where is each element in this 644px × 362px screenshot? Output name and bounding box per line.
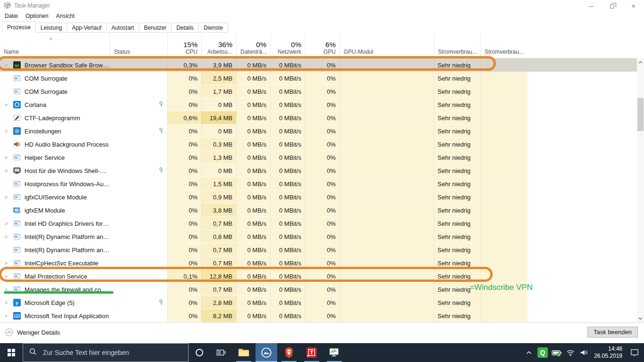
tab-autostart[interactable]: Autostart [106, 23, 139, 33]
expand-chevron-icon[interactable]: > [3, 62, 9, 68]
cell-filler [528, 151, 637, 164]
tray-clock[interactable]: 14:46 26.05.2019 [591, 343, 625, 362]
svg-text:SC: SC [15, 64, 19, 67]
cell-name: >Intel(R) Dynamic Platform and T... [0, 230, 110, 243]
process-row[interactable]: >Host für die Windows Shell-Obe...0%0 MB… [0, 164, 637, 177]
process-row[interactable]: CTF-Ladeprogramm0,6%19,4 MB0 MB/s0 MBit/… [0, 111, 637, 124]
expand-chevron-icon[interactable]: > [3, 168, 9, 173]
process-row[interactable]: >Intel(R) Dynamic Platform and T...0%0,8… [0, 230, 637, 243]
expand-chevron-icon[interactable]: > [3, 194, 9, 200]
cell-power_trend [480, 217, 528, 230]
default-process-icon [13, 246, 21, 254]
process-row[interactable]: Hostprozess für Windows-Aufg...0%1,5 MB0… [0, 177, 637, 190]
cortana-button[interactable] [189, 343, 210, 362]
process-row[interactable]: HD Audio Background Process0%0,3 MB0 MB/… [0, 138, 637, 151]
tab-leistung[interactable]: Leistung [35, 23, 67, 33]
cell-network: 0 MBit/s [270, 309, 305, 322]
expand-chevron-icon[interactable]: > [3, 300, 9, 305]
expand-chevron-icon[interactable]: > [3, 102, 9, 107]
cell-power: Sehr niedrig [434, 256, 480, 270]
cell-memory: 0,7 MB [201, 217, 236, 230]
tab-app-verlauf[interactable]: App-Verlauf [66, 23, 107, 33]
column-header-disk[interactable]: 0%Datenträ... [236, 33, 270, 58]
expand-chevron-icon[interactable]: > [3, 155, 9, 160]
column-header-memory[interactable]: 36%Arbeitss... [201, 33, 236, 58]
column-header-power[interactable]: Stromverbrau... [434, 33, 480, 58]
cell-memory: 1,5 MB [201, 177, 236, 190]
expand-chevron-icon[interactable]: > [3, 273, 9, 279]
cell-status [110, 138, 167, 151]
cell-disk: 0 MB/s [236, 138, 270, 151]
taskbar-app-t[interactable]: T [301, 343, 322, 362]
scrollbar-down-icon[interactable] [637, 315, 644, 322]
end-task-button[interactable]: Task beenden [587, 327, 638, 337]
process-row[interactable]: >Manages the firewall and contr...0%0,7 … [0, 283, 637, 296]
cell-network: 0 MBit/s [270, 124, 305, 138]
task-view-button[interactable] [210, 343, 232, 362]
tab-benutzer[interactable]: Benutzer [139, 23, 172, 33]
column-header-cpu[interactable]: 15%CPU [167, 33, 201, 58]
restore-button[interactable] [602, 0, 623, 12]
close-button[interactable]: ✕ [623, 0, 644, 12]
process-row[interactable]: igfxEM Module0%3,8 MB0 MB/s0 MBit/s0%Seh… [0, 204, 637, 217]
process-row[interactable]: >SCBrowser Sandbox Safe Browsing...0,3%3… [0, 58, 637, 72]
process-row[interactable]: COM Surrogate0%2,5 MB0 MB/s0 MBit/s0%Seh… [0, 72, 637, 85]
taskbar-search-box[interactable]: Zur Suche Text hier eingeben [23, 343, 189, 362]
details-toggle[interactable]: Weniger Details [5, 328, 60, 337]
tab-dienste[interactable]: Dienste [198, 23, 228, 33]
taskbar-app-task-manager[interactable] [323, 343, 345, 362]
action-center-button[interactable] [625, 343, 644, 362]
tab-prozesse[interactable]: Prozesse [2, 21, 36, 33]
taskbar-app-brave[interactable] [278, 343, 300, 362]
brave-icon [283, 346, 295, 359]
expand-chevron-icon[interactable]: > [3, 313, 9, 319]
process-row[interactable]: >Helper Service0%1,3 MB0 MB/s0 MBit/s0%S… [0, 151, 637, 164]
process-row[interactable]: COM Surrogate0%1,7 MB0 MB/s0 MBit/s0%Seh… [0, 85, 637, 98]
process-row[interactable]: >Mail Protection Service0,1%12,8 MB0 MB/… [0, 270, 637, 283]
cell-memory: 2,5 MB [201, 72, 236, 85]
process-row[interactable]: Intel(R) Dynamic Platform and T...0%0,7 … [0, 243, 637, 256]
expand-chevron-icon[interactable]: > [3, 260, 9, 266]
process-row[interactable]: >Microsoft Text Input Application0%8,2 M… [0, 309, 637, 322]
expand-chevron-icon[interactable]: > [3, 287, 9, 292]
process-row[interactable]: >IntelCpHeciSvc Executable0%0,7 MB0 MB/s… [0, 256, 637, 270]
cell-disk: 0 MB/s [236, 98, 270, 111]
tray-expand-button[interactable] [522, 343, 536, 362]
process-row[interactable]: >eMicrosoft Edge (5)0%2,8 MB0 MB/s0 MBit… [0, 296, 637, 309]
start-button[interactable] [0, 343, 23, 362]
cell-network: 0 MBit/s [270, 217, 305, 230]
tray-q-app-button[interactable]: Q [536, 343, 550, 362]
process-row[interactable]: >Einstellungen0%0 MB0 MB/s0 MBit/s0%Sehr… [0, 124, 637, 138]
menu-item-datei[interactable]: Datei [1, 13, 22, 19]
menu-item-ansicht[interactable]: Ansicht [52, 13, 78, 19]
column-header-status[interactable]: Status [110, 33, 167, 58]
expand-chevron-icon[interactable]: > [3, 234, 9, 239]
taskbar-app-file-explorer[interactable] [233, 343, 255, 362]
tray-wifi-button[interactable] [564, 343, 577, 362]
tray-battery-button[interactable] [550, 343, 564, 362]
expand-chevron-icon[interactable]: > [3, 128, 9, 134]
scrollbar[interactable] [637, 58, 644, 322]
menu-item-optionen[interactable]: Optionen [22, 13, 52, 19]
process-row[interactable]: >Cortana0%0 MB0 MB/s0 MBit/s0%Sehr niedr… [0, 98, 637, 111]
tab-details[interactable]: Details [171, 23, 199, 33]
cell-power: Sehr niedrig [434, 111, 480, 124]
process-row[interactable]: >Intel HD Graphics Drivers for Wi...0%0,… [0, 217, 637, 230]
taskbar-app-photos[interactable] [256, 343, 277, 362]
scrollbar-up-icon[interactable] [637, 58, 644, 66]
file-explorer-icon [238, 346, 250, 359]
cell-disk: 0 MB/s [236, 190, 270, 204]
column-header-network[interactable]: 0%Netzwerk [270, 33, 305, 58]
column-header-gpu[interactable]: 6%GPU [305, 33, 339, 58]
process-name: Microsoft Edge (5) [25, 299, 74, 306]
column-header-name[interactable]: ^Name [0, 33, 110, 58]
minimize-button[interactable] [580, 0, 602, 12]
expand-chevron-icon[interactable]: > [3, 221, 9, 226]
tray-volume-button[interactable] [577, 343, 591, 362]
cell-gpu: 0% [305, 151, 339, 164]
cell-disk: 0 MB/s [236, 309, 270, 322]
scrollbar-thumb[interactable] [637, 98, 644, 131]
process-row[interactable]: >igfxCUIService Module0%0,9 MB0 MB/s0 MB… [0, 190, 637, 204]
column-header-power_trend[interactable]: Stromverbrau... [480, 33, 528, 58]
column-header-gpu_engine[interactable]: GPU-Modul [339, 33, 434, 58]
